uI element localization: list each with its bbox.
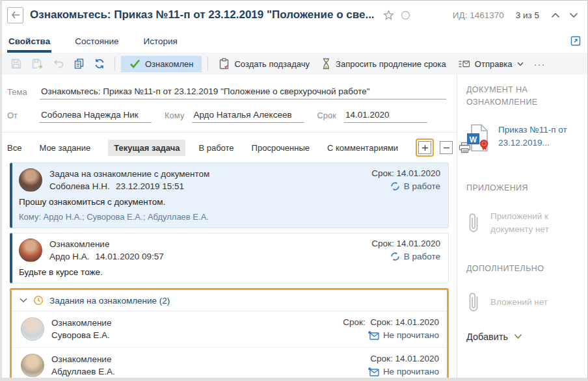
document-link-item[interactable]: W Приказ №11-п от 23.12.2019...: [466, 124, 578, 152]
card-datetime: 23.12.2019 15:51: [116, 181, 184, 191]
task-card[interactable]: Ознакомление Абдуллаев Е.А. Срок: 14.01.…: [12, 348, 447, 381]
hourglass-icon: [321, 58, 331, 70]
tab-state[interactable]: Состояние: [74, 36, 120, 53]
collapse-chevron-icon: [20, 298, 27, 303]
attachments-empty-item: Приложений к документу нет: [466, 210, 578, 235]
send-button[interactable]: Отправка: [452, 56, 529, 72]
from-label: От: [7, 111, 40, 123]
document-link[interactable]: Приказ №11-п от 23.12.2019...: [498, 124, 576, 150]
due-label: Срок: [317, 111, 336, 123]
filter-overdue[interactable]: Просроченные: [252, 140, 310, 156]
favorite-star-icon[interactable]: [383, 10, 394, 21]
tab-properties[interactable]: Свойства: [7, 36, 51, 53]
tab-bar: Свойства Состояние История: [2, 29, 587, 53]
save-and-close-button[interactable]: [27, 55, 48, 73]
subtask-clipboard-icon: [219, 58, 230, 70]
toolbar: Ознакомлен Создать подзадачу Запросить п…: [2, 53, 587, 75]
refresh-icon: [94, 58, 105, 70]
save-button[interactable]: [6, 55, 27, 73]
card-status: Не прочитано: [383, 330, 439, 340]
word-document-icon: W: [466, 124, 491, 152]
create-subtask-label: Создать подзадачу: [234, 59, 310, 69]
task-form: Тема От Кому Срок: [2, 75, 457, 132]
send-label: Отправка: [475, 59, 513, 69]
due-date-field[interactable]: [344, 109, 427, 123]
card-due: Срок: 14.01.2020: [371, 168, 440, 178]
more-dots-icon: ···: [534, 59, 546, 70]
content-area: Тема От Кому Срок Все Мое задание Текуща…: [2, 75, 587, 378]
card-due: Срок: 14.01.2020: [368, 354, 439, 363]
status-circle-icon[interactable]: [401, 10, 410, 20]
group-header[interactable]: Задания на ознакомление (2): [12, 290, 447, 311]
to-label: Кому: [165, 111, 184, 123]
undo-button[interactable]: [48, 55, 69, 72]
additional-section-title: ДОПОЛНИТЕЛЬНО: [466, 263, 564, 275]
clock-icon: [33, 295, 44, 306]
feed-filter-bar: Все Мое задание Текущая задача В работе …: [2, 133, 457, 161]
acknowledged-button[interactable]: Ознакомлен: [121, 56, 202, 72]
attachments-sidebar: ДОКУМЕНТ НА ОЗНАКОМЛЕНИЕ W Приказ №11-п …: [457, 75, 587, 378]
card-recipients: Кому: Ардо Н.А.; Суворова Е.А.; Абдуллае…: [19, 212, 440, 222]
acquaintance-tasks-group: Задания на ознакомление (2) Ознакомление…: [10, 288, 449, 381]
back-arrow-icon: [11, 11, 20, 19]
card-title: Ознакомление: [51, 318, 336, 328]
from-field[interactable]: [40, 109, 152, 123]
filter-my-task[interactable]: Мое задание: [39, 140, 90, 156]
svg-text:W: W: [470, 135, 477, 144]
plus-icon: [421, 144, 429, 151]
open-in-new-window-icon[interactable]: [570, 36, 581, 46]
pager-counter: 3 из 5: [516, 10, 539, 20]
card-body: Прошу ознакомиться с документом.: [19, 197, 440, 207]
task-card[interactable]: Ознакомление Ардо Н.А.14.01.2020 09:57 С…: [10, 233, 449, 283]
card-title: Ознакомление: [51, 354, 361, 364]
refresh-button[interactable]: [89, 55, 110, 73]
filter-all[interactable]: Все: [7, 140, 21, 156]
task-card[interactable]: Задача на ознакомление с документом Собо…: [10, 163, 449, 228]
subject-field[interactable]: [40, 85, 446, 99]
to-field[interactable]: [192, 109, 304, 123]
card-author: Суворова Е.А.: [51, 330, 110, 340]
attachments-empty-text: Приложений к документу нет: [490, 210, 568, 235]
card-body: Будьте в курсе тоже.: [19, 267, 440, 277]
unread-envelope-icon: [368, 367, 379, 376]
avatar: [21, 354, 44, 377]
card-status: В работе: [404, 252, 440, 261]
card-status: В работе: [404, 181, 440, 191]
main-column: Тема От Кому Срок Все Мое задание Текуща…: [2, 75, 457, 378]
card-status: Не прочитано: [383, 367, 439, 376]
next-item-chevron-down-icon[interactable]: [569, 12, 578, 18]
filter-with-comments[interactable]: С комментариями: [327, 140, 398, 156]
card-datetime: 14.01.2020 09:57: [96, 252, 164, 261]
request-extension-label: Запросить продление срока: [336, 59, 446, 69]
subject-label: Тема: [7, 87, 40, 99]
prev-item-chevron-up-icon[interactable]: [551, 12, 560, 18]
send-list-icon: [458, 59, 470, 69]
toolbar-separator: [114, 57, 115, 71]
collapse-all-button[interactable]: [440, 141, 453, 154]
card-due: Срок: 14.01.2020: [371, 239, 440, 248]
tab-history[interactable]: История: [142, 36, 179, 53]
avatar: [19, 239, 42, 262]
request-extension-button[interactable]: Запросить продление срока: [315, 55, 452, 73]
additional-empty-item: Вложений нет: [466, 291, 578, 313]
copy-button[interactable]: [69, 55, 89, 73]
card-author: Соболева Н.Н.: [49, 181, 110, 191]
more-actions-button[interactable]: ···: [529, 55, 550, 73]
chevron-down-icon: [514, 334, 522, 339]
add-label: Добавить: [466, 332, 508, 342]
chevron-down-icon: [517, 62, 524, 66]
card-title: Задача на ознакомление с документом: [49, 169, 364, 179]
in-progress-icon: [390, 252, 400, 261]
add-attachment-button[interactable]: Добавить: [466, 332, 522, 342]
paperclip-icon: [466, 212, 481, 234]
task-card[interactable]: Ознакомление Суворова Е.А. Срок: Срок: 1…: [12, 311, 447, 348]
back-button[interactable]: [7, 7, 23, 23]
filter-in-progress[interactable]: В работе: [198, 140, 234, 156]
task-feed: Задача на ознакомление с документом Собо…: [2, 161, 457, 378]
copy-icon: [74, 58, 85, 70]
expand-all-button[interactable]: [418, 141, 431, 154]
attachments-section-title: ПРИЛОЖЕНИЯ: [466, 182, 564, 194]
filter-current-task[interactable]: Текущая задача: [108, 140, 185, 156]
create-subtask-button[interactable]: Создать подзадачу: [213, 55, 315, 73]
toolbar-separator: [207, 57, 208, 71]
